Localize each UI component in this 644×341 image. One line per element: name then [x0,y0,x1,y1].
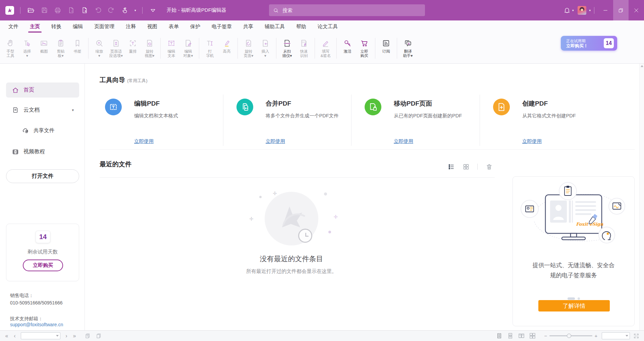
print-icon[interactable] [53,6,62,15]
cloud-docs-caret-icon[interactable]: ▾ [72,108,74,112]
menu-convert[interactable]: 转换 [46,20,67,33]
support-email-link[interactable]: support@foxitsoftware.cn [10,322,63,327]
card-edit-pdf[interactable]: 编辑PDF 编辑文档和文本格式 立即使用 [100,95,223,146]
redo-icon[interactable] [107,6,116,15]
menu-organize[interactable]: 页面管理 [89,20,120,33]
undo-icon[interactable] [94,6,102,15]
tool-zoom[interactable]: 缩放▾ [91,38,108,58]
close-button[interactable] [629,0,644,20]
account-caret-icon[interactable]: ▾ [589,9,591,12]
collapse-ribbon-icon[interactable] [149,6,157,15]
next-view-icon[interactable] [96,333,102,339]
tool-fit-page[interactable]: 页面适应选项▾ [108,38,124,58]
minimize-button[interactable] [598,0,613,20]
menu-comment[interactable]: 注释 [120,20,142,33]
menu-accessibility[interactable]: 辅助工具 [259,20,290,33]
tool-typewriter[interactable]: 打字机 [202,38,218,58]
page-number-combo[interactable] [21,332,60,339]
scrollbar-up-arrow-icon[interactable] [641,65,643,67]
use-now-link[interactable]: 立即使用 [266,138,285,145]
touch-mode-icon[interactable] [120,6,129,15]
vertical-scrollbar[interactable] [639,64,644,330]
buy-now-button[interactable]: 立即购买 [23,260,63,271]
zoom-in-button[interactable]: + [594,333,598,339]
zoom-out-button[interactable]: − [543,333,548,339]
tool-hand[interactable]: 手型工具 [2,38,19,58]
sidebar-item-home[interactable]: 首页 [6,82,79,98]
new-document-icon[interactable] [80,6,89,15]
card-create-pdf[interactable]: 创建PDF 从其它格式文件创建PDF 立即使用 [480,95,635,146]
open-file-icon[interactable] [26,6,35,15]
tool-snapshot[interactable]: 截图 [36,38,52,58]
card-merge-pdf[interactable]: 合并PDF 将多个文件合并生成一个PDF文件 立即使用 [223,95,351,146]
menu-protect[interactable]: 保护 [184,20,206,33]
card-move-pdf-pages[interactable]: 移动PDF页面 从已有的PDF页面创建新的PDF 立即使用 [351,95,480,146]
tool-rotate-pages[interactable]: 旋转页面▾ [240,38,257,58]
zoom-percent-combo[interactable] [602,332,630,339]
carousel-dot-active[interactable] [568,297,575,300]
page-combo-caret-icon[interactable] [56,335,59,337]
close-document-icon[interactable] [67,6,75,15]
trial-badge[interactable]: 正在试用期 立即购买！ 14 [561,36,617,51]
restore-button[interactable] [613,0,629,20]
tool-edit-text[interactable]: 编辑文本 [163,38,180,58]
save-icon[interactable] [40,6,49,15]
touch-mode-caret-icon[interactable]: ▾ [135,9,136,12]
grid-view-icon[interactable] [462,163,470,171]
tool-edit-object[interactable]: 编辑对象▾ [180,38,197,58]
sidebar-item-video-tutorials[interactable]: 视频教程 [6,144,79,159]
menu-share[interactable]: 共享 [237,20,259,33]
menu-home[interactable]: 主页 [24,20,46,33]
tool-highlight[interactable]: 高亮 [218,38,235,58]
carousel-dots[interactable] [513,297,634,300]
menu-view[interactable]: 视图 [142,20,163,33]
notifications-bell-icon[interactable] [563,6,572,15]
tool-from-scanner[interactable]: 从扫描仪▾ [279,38,296,58]
facing-continuous-view-icon[interactable] [529,333,536,339]
user-avatar[interactable] [578,6,586,15]
list-view-icon[interactable] [447,163,455,171]
page-number-input[interactable] [21,333,60,339]
use-now-link[interactable]: 立即使用 [394,138,413,145]
first-page-button[interactable]: « [3,333,11,339]
notifications-caret-icon[interactable]: ▾ [572,9,574,12]
facing-view-icon[interactable] [518,333,525,339]
tool-fill-sign[interactable]: 填写&签名 [317,38,334,58]
tool-activate[interactable]: 激活 [339,38,356,58]
use-now-link[interactable]: 立即使用 [522,138,542,145]
tool-translate-assistant[interactable]: A 翻译助手▾ [399,38,416,58]
single-page-view-icon[interactable] [496,333,502,339]
last-page-button[interactable]: » [70,333,78,339]
prev-view-icon[interactable] [85,333,91,339]
fullscreen-icon[interactable] [633,333,639,339]
tool-select[interactable]: 选择▾ [19,38,36,58]
menu-paper-tools[interactable]: 论文工具 [312,20,343,33]
search-box[interactable] [269,4,425,16]
next-page-button[interactable]: › [62,333,70,339]
tool-clipboard[interactable]: 剪贴板▾ [52,38,69,58]
tool-rotate-view[interactable]: 旋转视图▾ [141,38,158,58]
zoom-slider-thumb[interactable] [567,334,571,338]
search-input[interactable] [282,7,421,13]
menu-edit[interactable]: 编辑 [67,20,89,33]
use-now-link[interactable]: 立即使用 [134,138,154,145]
sidebar-item-shared-files[interactable]: 共享文件 [16,123,79,137]
carousel-dot[interactable] [578,297,580,300]
menu-help[interactable]: 帮助 [290,20,312,33]
open-file-button[interactable]: 打开文件 [6,169,79,183]
continuous-view-icon[interactable] [507,333,514,339]
tool-insert-pages[interactable]: 插入▾ [257,38,274,58]
menu-esign[interactable]: 电子签章 [206,20,237,33]
menu-form[interactable]: 表单 [163,20,184,33]
tool-bookmark[interactable]: 书签 [69,38,86,58]
menu-file[interactable]: 文件 [3,20,24,33]
tool-buy-now[interactable]: 立即购买 [356,38,373,58]
learn-more-button[interactable]: 了解详情 [538,300,610,311]
tool-subscribe[interactable]: 订阅 [378,38,394,58]
trash-icon[interactable] [485,163,493,171]
sidebar-item-cloud-docs[interactable]: 云文档 ▾ [6,103,79,117]
tool-reflow[interactable]: 重排 [124,38,141,58]
prev-page-button[interactable]: ‹ [11,333,19,339]
zoom-combo-caret-icon[interactable] [626,335,628,337]
zoom-slider[interactable] [549,335,592,336]
